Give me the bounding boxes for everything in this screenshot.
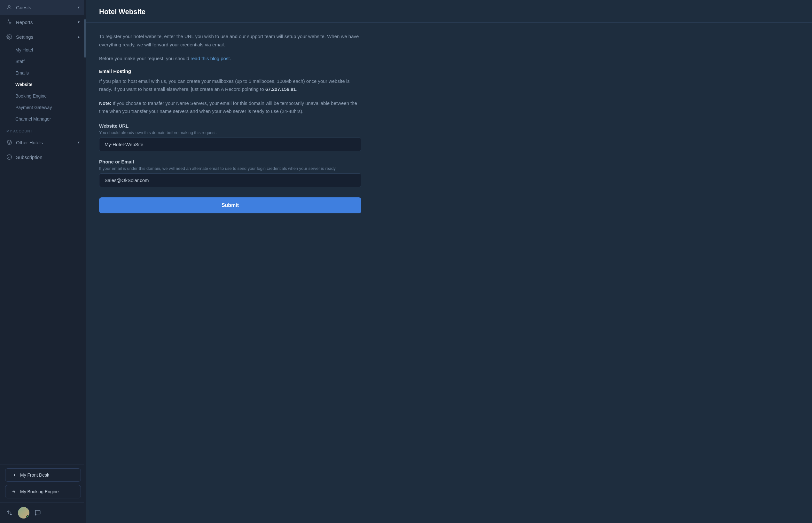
chat-icon[interactable] (35, 509, 41, 516)
website-url-field-group: Website URL You should already own this … (99, 123, 361, 151)
sidebar-item-staff[interactable]: Staff (0, 56, 86, 67)
my-booking-engine-label: My Booking Engine (20, 489, 59, 494)
page-header: Hotel Website (86, 0, 812, 23)
email-hosting-text: If you plan to host email with us, you c… (99, 77, 361, 93)
layers-icon (6, 140, 12, 145)
reports-chevron: ▾ (78, 20, 80, 24)
sidebar-item-booking-engine[interactable]: Booking Engine (0, 90, 86, 102)
arrow-right-icon2 (12, 489, 17, 494)
my-booking-engine-button[interactable]: My Booking Engine (5, 485, 81, 498)
website-url-label: Website URL (99, 123, 361, 129)
website-url-input[interactable] (99, 138, 361, 151)
sidebar-item-my-hotel[interactable]: My Hotel (0, 44, 86, 56)
page-title: Hotel Website (99, 8, 799, 16)
gear-icon (6, 34, 12, 40)
content-body: To register your hotel website, enter th… (86, 23, 374, 223)
settings-chevron: ▴ (78, 35, 80, 39)
submit-button[interactable]: Submit (99, 197, 361, 213)
avatar[interactable] (18, 507, 30, 519)
svg-marker-2 (7, 140, 12, 143)
svg-point-0 (8, 5, 10, 7)
person-icon (6, 4, 12, 10)
subscription-label: Subscription (16, 155, 80, 160)
main-content: Hotel Website To register your hotel web… (86, 0, 812, 523)
avatar-online-dot (26, 515, 30, 519)
sidebar-item-reports[interactable]: Reports ▾ (0, 15, 86, 30)
email-hosting-prefix: If you plan to host email with us, you c… (99, 78, 350, 92)
before-request-prefix: Before you make your request, you should (99, 56, 191, 61)
intro-description: To register your hotel website, enter th… (99, 32, 361, 49)
blog-link-suffix: . (230, 56, 231, 61)
sidebar-item-settings[interactable]: Settings ▴ (0, 30, 86, 44)
ip-address: 67.227.156.91 (265, 86, 296, 92)
sidebar-item-other-hotels[interactable]: Other Hotels ▾ (0, 135, 86, 150)
email-hosting-heading: Email Hosting (99, 69, 361, 74)
phone-email-input[interactable] (99, 174, 361, 187)
before-request-text: Before you make your request, you should… (99, 54, 361, 63)
blog-post-link[interactable]: read this blog post (191, 56, 230, 61)
arrow-right-icon (12, 472, 17, 477)
sidebar-item-website[interactable]: Website (0, 79, 86, 90)
phone-email-label: Phone or Email (99, 159, 361, 164)
note-body: If you choose to transfer your Name Serv… (99, 101, 357, 114)
ip-suffix: . (296, 86, 297, 92)
tag-icon (6, 154, 12, 160)
other-hotels-chevron: ▾ (78, 140, 80, 145)
settings-label: Settings (16, 34, 74, 40)
sidebar-item-guests[interactable]: Guests ▾ (0, 0, 86, 15)
note-label: Note: (99, 101, 111, 106)
sidebar-nav: Guests ▾ Reports ▾ Settings ▴ My Hotel S… (0, 0, 86, 464)
phone-email-field-group: Phone or Email If your email is under th… (99, 159, 361, 187)
sidebar: Guests ▾ Reports ▾ Settings ▴ My Hotel S… (0, 0, 86, 523)
sidebar-bottom: My Front Desk My Booking Engine (0, 464, 86, 502)
sidebar-item-channel-manager[interactable]: Channel Manager (0, 113, 86, 125)
reports-label: Reports (16, 19, 74, 25)
content-panel: Hotel Website To register your hotel web… (86, 0, 812, 523)
scrollbar-track[interactable] (84, 0, 86, 523)
sidebar-item-subscription[interactable]: Subscription (0, 150, 86, 164)
phone-email-hint: If your email is under this domain, we w… (99, 166, 361, 171)
sidebar-item-emails[interactable]: Emails (0, 67, 86, 79)
guests-label: Guests (16, 5, 74, 10)
account-section-label: MY ACCOUNT (0, 125, 86, 135)
website-url-hint: You should already own this domain befor… (99, 130, 361, 135)
sidebar-item-payment-gateway[interactable]: Payment Gateway (0, 102, 86, 113)
svg-point-3 (7, 155, 12, 160)
transfer-icon[interactable] (6, 509, 13, 516)
sidebar-footer (0, 502, 86, 523)
scrollbar-thumb[interactable] (84, 19, 86, 58)
svg-point-1 (8, 36, 10, 38)
other-hotels-label: Other Hotels (16, 140, 74, 145)
my-front-desk-label: My Front Desk (20, 472, 49, 477)
note-text: Note: If you choose to transfer your Nam… (99, 99, 361, 115)
guests-chevron: ▾ (78, 5, 80, 10)
my-front-desk-button[interactable]: My Front Desk (5, 468, 81, 482)
chart-icon (6, 19, 12, 25)
